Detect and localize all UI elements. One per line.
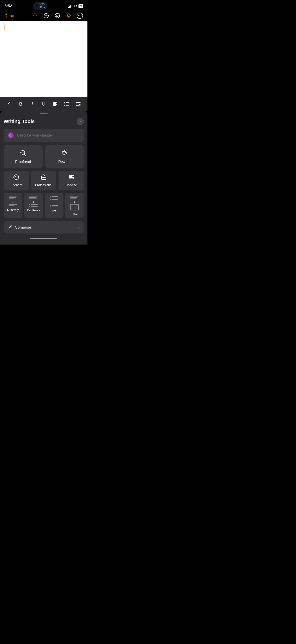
proofread-icon <box>20 150 26 158</box>
proofread-button[interactable]: Proofread <box>3 145 43 168</box>
writing-area[interactable] <box>0 21 87 97</box>
list-icon-area: ↓ <box>46 196 62 207</box>
compose-chevron-icon: › <box>78 225 79 230</box>
table-label: Table <box>71 213 78 216</box>
status-time: 6:52 <box>4 4 12 8</box>
key-points-arrow-icon: ↓ <box>32 200 34 204</box>
signal-icon <box>68 4 72 8</box>
close-icon: ✕ <box>79 120 82 123</box>
friendly-label: Friendly <box>10 183 22 187</box>
compose-label: Compose <box>15 225 31 230</box>
friendly-button[interactable]: Friendly <box>3 171 29 190</box>
panel-handle <box>40 114 48 114</box>
table-button[interactable]: ↓ Table <box>65 193 84 218</box>
text-cursor <box>4 25 5 30</box>
describe-input[interactable]: Describe your change <box>3 129 84 142</box>
battery-level: 70 <box>79 5 82 8</box>
status-ends: ENDS 42m <box>39 3 45 9</box>
key-points-label: Key Points <box>27 209 40 212</box>
key-points-icon-area: ↓ <box>25 196 42 206</box>
dynamic-island: ☂ ENDS 42m <box>33 2 47 10</box>
svg-point-6 <box>64 102 65 103</box>
svg-point-4 <box>80 16 80 16</box>
svg-rect-20 <box>43 177 44 178</box>
writing-tools-panel: Writing Tools ✕ Describe your change <box>0 111 87 244</box>
friendly-icon <box>13 174 19 182</box>
concise-icon <box>68 174 74 182</box>
summary-doc-lines <box>9 196 17 199</box>
table-icon-area: ↓ <box>67 196 83 210</box>
ai-orb-icon <box>7 132 14 139</box>
list-arrow-icon: ↓ <box>53 200 55 204</box>
summary-icon-area: ↓ <box>5 196 21 206</box>
proofread-rewrite-row: Proofread Rewrite <box>3 145 84 168</box>
professional-label: Professional <box>35 183 52 187</box>
concise-button[interactable]: Concise <box>59 171 84 190</box>
svg-point-11 <box>76 105 77 106</box>
more-button[interactable] <box>77 12 83 19</box>
bold-button[interactable]: B <box>17 100 25 108</box>
panel-header: Writing Tools ✕ <box>3 118 84 125</box>
compose-button[interactable]: Compose › <box>3 221 84 234</box>
panel-title: Writing Tools <box>3 118 35 124</box>
undo-button[interactable] <box>54 12 61 19</box>
italic-button[interactable]: I <box>28 100 36 108</box>
table-doc-lines <box>70 196 79 199</box>
key-points-list-icon <box>29 204 38 206</box>
list-tool-button[interactable]: ↓ List <box>45 193 63 218</box>
close-button[interactable]: ✕ <box>77 118 84 125</box>
compose-pencil-icon <box>8 225 12 230</box>
tone-row: Friendly Professional Concise <box>3 171 84 190</box>
format-tools-row: ↓ Summary ↓ <box>3 193 84 218</box>
pin-button[interactable] <box>65 12 72 19</box>
home-indicator <box>3 236 84 240</box>
svg-point-3 <box>78 16 79 16</box>
rewrite-button[interactable]: Rewrite <box>45 145 84 168</box>
svg-point-18 <box>16 176 17 177</box>
svg-point-10 <box>76 104 77 104</box>
status-bar: 6:52 ☂ ENDS 42m 70 <box>0 0 87 11</box>
share-button[interactable] <box>32 12 38 19</box>
top-toolbar: Done <box>0 11 87 21</box>
align-button[interactable] <box>51 100 59 108</box>
professional-icon <box>41 174 47 182</box>
add-list-button[interactable] <box>74 100 82 108</box>
summary-button[interactable]: ↓ Summary <box>3 193 22 218</box>
rewrite-label: Rewrite <box>58 160 70 164</box>
summary-arrow-icon: ↓ <box>12 200 14 204</box>
list-button[interactable] <box>63 100 71 108</box>
list-bottom-icon <box>50 205 58 207</box>
underline-button[interactable]: U <box>40 100 48 108</box>
paragraph-format-button[interactable]: ¶ <box>5 100 13 108</box>
svg-point-9 <box>76 102 77 103</box>
wifi-icon <box>74 4 77 8</box>
list-label: List <box>52 210 56 213</box>
svg-point-7 <box>64 104 65 104</box>
battery-icon: 70 <box>78 4 83 8</box>
status-right-icons: 70 <box>68 4 83 8</box>
svg-point-8 <box>64 105 65 106</box>
professional-button[interactable]: Professional <box>31 171 56 190</box>
toolbar-actions <box>32 12 83 19</box>
describe-placeholder: Describe your change <box>17 134 52 138</box>
proofread-label: Proofread <box>15 160 31 164</box>
add-button[interactable] <box>43 12 49 19</box>
table-grid-icon <box>70 204 79 210</box>
ends-time: 42m <box>39 6 45 9</box>
home-bar <box>30 238 57 239</box>
done-button[interactable]: Done <box>4 14 14 18</box>
key-points-doc-lines <box>29 196 38 199</box>
umbrella-icon: ☂ <box>35 4 38 8</box>
table-arrow-icon: ↓ <box>74 200 75 204</box>
rewrite-icon <box>61 150 67 158</box>
summary-label: Summary <box>7 208 19 212</box>
ends-label: ENDS <box>39 3 45 5</box>
compose-left: Compose <box>8 225 31 230</box>
svg-point-1 <box>55 14 60 18</box>
list-top-icon <box>50 196 58 200</box>
key-points-button[interactable]: ↓ Key Points <box>24 193 43 218</box>
concise-label: Concise <box>65 183 77 187</box>
summary-bottom-lines <box>9 204 17 206</box>
svg-point-16 <box>14 175 19 180</box>
svg-point-5 <box>81 16 82 16</box>
